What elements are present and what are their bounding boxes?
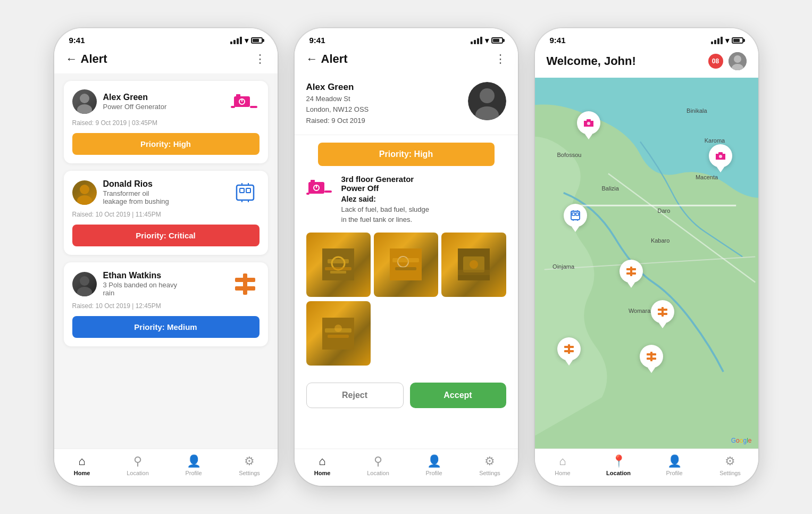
map-pin-transformer[interactable] — [564, 204, 587, 227]
accept-button[interactable]: Accept — [410, 383, 506, 408]
status-bar-3: 9:41 ▾ — [535, 28, 758, 47]
nav-label-profile-2: Profile — [425, 470, 442, 476]
wifi-icon-1: ▾ — [245, 36, 248, 45]
map-header: Welcome, John! 08 — [535, 47, 758, 78]
nav-location-1[interactable]: ⚲ Location — [110, 454, 166, 476]
back-arrow-1: ← — [66, 52, 78, 66]
user-avatar[interactable] — [729, 52, 747, 70]
map-pin-cross-4[interactable] — [640, 345, 663, 368]
priority-btn-3[interactable]: Priority: Medium — [72, 316, 259, 338]
nav-settings-1[interactable]: ⚙ Settings — [222, 454, 278, 476]
svg-rect-39 — [395, 267, 416, 270]
signal-bars-3 — [711, 37, 723, 44]
svg-rect-71 — [564, 350, 574, 352]
nav-label-location-2: Location — [367, 470, 389, 476]
alert-card-1[interactable]: Alex Green Power Off Generator — [64, 81, 268, 163]
svg-rect-11 — [240, 188, 244, 193]
alert-card-2[interactable]: Donald Rios Transformer oilleakage from … — [64, 171, 268, 255]
photo-1 — [306, 233, 371, 297]
priority-btn-1[interactable]: Priority: High — [72, 133, 259, 155]
svg-point-1 — [77, 104, 92, 114]
photo-placeholder-1 — [306, 233, 371, 297]
app-header-1: ← Alert ⋮ — [54, 47, 278, 73]
detail-avatar — [468, 82, 506, 120]
map-pin-cross-1[interactable] — [620, 260, 643, 283]
nav-profile-2[interactable]: 👤 Profile — [406, 454, 462, 476]
svg-rect-63 — [630, 267, 632, 276]
map-pin-camera-2[interactable] — [709, 144, 732, 168]
svg-rect-12 — [246, 188, 250, 193]
alert-desc-1: Power Off Generator — [103, 103, 167, 111]
more-button-1[interactable]: ⋮ — [254, 52, 266, 66]
svg-rect-19 — [243, 273, 247, 295]
nav-label-home-2: Home — [314, 470, 331, 476]
phone-1: 9:41 ▾ ← Alert ⋮ — [54, 28, 278, 486]
incident-icon — [306, 175, 334, 204]
detail-person-info: Alex Green 24 Meadow StLondon, NW12 OSS … — [306, 82, 462, 126]
back-button-2[interactable]: ← Alert — [306, 52, 348, 66]
avatar-ethan — [72, 272, 97, 296]
map-label-womara: Womara — [629, 308, 650, 314]
nav-location-2[interactable]: ⚲ Location — [350, 454, 406, 476]
svg-point-49 — [734, 55, 741, 63]
action-buttons: Reject Accept — [295, 383, 518, 420]
reject-button[interactable]: Reject — [306, 383, 404, 408]
settings-icon-1: ⚙ — [244, 454, 255, 468]
nav-profile-1[interactable]: 👤 Profile — [166, 454, 222, 476]
nav-home-3[interactable]: ⌂ Home — [535, 454, 591, 476]
svg-point-23 — [480, 88, 495, 103]
nav-settings-3[interactable]: ⚙ Settings — [702, 454, 758, 476]
alert-card-2-top: Donald Rios Transformer oilleakage from … — [72, 179, 259, 205]
svg-rect-36 — [390, 248, 422, 280]
nav-label-profile-1: Profile — [185, 470, 202, 476]
priority-btn-2[interactable]: Priority: Critical — [72, 225, 259, 246]
location-icon-2: ⚲ — [374, 454, 382, 468]
svg-point-8 — [80, 185, 89, 194]
svg-rect-67 — [658, 309, 667, 311]
alert-date-1: Raised: 9 Oct 2019 | 03:45PM — [72, 119, 259, 127]
photos-bottom-row — [306, 301, 506, 366]
svg-rect-55 — [718, 152, 723, 154]
map-area[interactable]: Binikala Bofossou Karoma Balizia Macenta… — [535, 78, 758, 449]
time-2: 9:41 — [309, 36, 325, 45]
nav-location-3[interactable]: 📍 Location — [591, 454, 647, 476]
alert-icon-3 — [231, 272, 259, 296]
back-button-1[interactable]: ← Alert — [66, 52, 107, 66]
incident-section: 3rd floor GeneratorPower Off Alez said: … — [295, 175, 518, 383]
svg-rect-3 — [236, 94, 240, 97]
map-pin-cross-3[interactable] — [557, 337, 581, 361]
nav-home-1[interactable]: ⌂ Home — [54, 454, 110, 476]
photos-grid — [306, 233, 506, 297]
alert-card-3[interactable]: Ethan Watkins 3 Pols banded on heavyrain… — [64, 262, 268, 346]
priority-section: Priority: High — [295, 135, 518, 166]
notification-badge[interactable]: 08 — [708, 54, 723, 69]
photo-3 — [441, 233, 506, 297]
nav-settings-2[interactable]: ⚙ Settings — [462, 454, 518, 476]
nav-label-settings-2: Settings — [479, 470, 500, 476]
map-pin-cross-2[interactable] — [651, 300, 674, 324]
nav-home-2[interactable]: ⌂ Home — [295, 454, 350, 476]
map-label-daro: Daro — [658, 208, 671, 214]
status-icons-2: ▾ — [471, 36, 503, 45]
map-title: Welcome, John! — [547, 54, 636, 68]
alert-person-3: Ethan Watkins 3 Pols banded on heavyrain — [72, 271, 178, 297]
phone2-detail-content: Alex Green 24 Meadow StLondon, NW12 OSS … — [295, 73, 518, 449]
profile-icon-1: 👤 — [187, 454, 201, 468]
location-icon-1: ⚲ — [133, 454, 142, 468]
alert-info-2: Donald Rios Transformer oilleakage from … — [103, 179, 169, 205]
svg-point-17 — [80, 276, 89, 286]
svg-rect-69 — [568, 344, 570, 354]
map-label-binikala: Binikala — [687, 107, 707, 114]
nav-label-location-3: Location — [606, 470, 631, 476]
svg-rect-30 — [306, 193, 309, 195]
svg-rect-64 — [626, 268, 636, 270]
bottom-nav-3: ⌂ Home 📍 Location 👤 Profile ⚙ Settings — [535, 449, 758, 486]
map-pin-camera-1[interactable] — [577, 111, 600, 135]
svg-rect-53 — [587, 119, 591, 121]
time-1: 9:41 — [69, 36, 85, 45]
nav-label-home-1: Home — [74, 470, 90, 476]
signal-bars-1 — [230, 37, 242, 44]
incident-title: 3rd floor GeneratorPower Off — [341, 175, 430, 193]
more-button-2[interactable]: ⋮ — [495, 52, 506, 66]
nav-profile-3[interactable]: 👤 Profile — [647, 454, 702, 476]
